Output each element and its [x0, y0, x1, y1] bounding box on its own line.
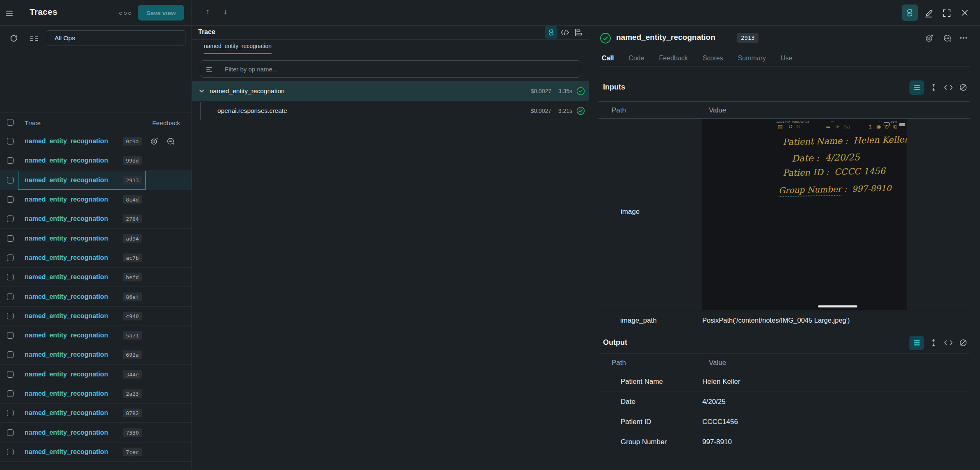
- save-view-button[interactable]: Save view: [138, 5, 184, 21]
- output-expand-rows-icon[interactable]: [929, 338, 938, 347]
- op-name[interactable]: openai.responses.create: [217, 107, 287, 115]
- trace-table-row[interactable]: named_entity_recognation5a71: [0, 326, 192, 345]
- hamburger-menu-icon[interactable]: [6, 9, 13, 17]
- prev-trace-arrow-icon[interactable]: ↑: [206, 7, 210, 16]
- fullscreen-icon[interactable]: [942, 8, 952, 18]
- trace-table-row[interactable]: named_entity_recognation86ef: [0, 287, 192, 306]
- row-checkbox[interactable]: [7, 390, 14, 397]
- ops-filter-select[interactable]: All Ops: [47, 30, 185, 46]
- input-image-preview[interactable]: 12:05 PM Wed Apr 23 ••• ◠ 86% ▥↺↻≔✑Aa↥◉⊙…: [702, 119, 907, 310]
- row-checkbox[interactable]: [7, 177, 14, 183]
- trace-table-row[interactable]: named_entity_recognation99dd: [0, 151, 192, 170]
- edit-pencil-icon[interactable]: [924, 8, 934, 18]
- trace-table-row[interactable]: named_entity_recognationbefd: [0, 268, 192, 287]
- trace-table-row[interactable]: named_entity_recognation8782: [0, 404, 192, 423]
- row-checkbox[interactable]: [7, 254, 14, 261]
- trace-table-row[interactable]: named_entity_recognationc940: [0, 307, 192, 326]
- row-checkbox[interactable]: [7, 216, 14, 222]
- tree-row[interactable]: openai.responses.create$0.00273.21s: [192, 101, 589, 121]
- inputs-hide-icon[interactable]: [959, 83, 968, 92]
- tab-feedback[interactable]: Feedback: [659, 55, 688, 62]
- trace-table-row[interactable]: named_entity_recognation344e: [0, 365, 192, 384]
- trace-table-row[interactable]: named_entity_recognation2a23: [0, 384, 192, 404]
- output-expanded-view-button[interactable]: [909, 336, 924, 350]
- tree-row[interactable]: named_entity_recognation$0.00273.35s: [192, 81, 589, 101]
- column-header-feedback[interactable]: Feedback: [152, 119, 180, 127]
- trace-name-link[interactable]: named_entity_recognation: [25, 371, 108, 378]
- row-checkbox[interactable]: [7, 235, 14, 242]
- trace-table-row[interactable]: named_entity_recognation0c9a: [0, 132, 192, 151]
- row-checkbox[interactable]: [7, 351, 14, 358]
- output-path[interactable]: Date: [621, 398, 635, 406]
- trace-name-link[interactable]: named_entity_recognation: [25, 332, 108, 339]
- row-checkbox[interactable]: [7, 410, 14, 416]
- row-checkbox[interactable]: [7, 157, 14, 164]
- trace-table-row[interactable]: named_entity_recognationac7b: [0, 248, 192, 268]
- tab-call[interactable]: Call: [602, 55, 614, 62]
- trace-name-link[interactable]: named_entity_recognation: [25, 293, 108, 300]
- inputs-expand-rows-icon[interactable]: [929, 83, 938, 92]
- op-name-filter-input[interactable]: [200, 60, 581, 78]
- flame-graph-icon[interactable]: [574, 28, 583, 37]
- trace-table-row[interactable]: named_entity_recognation8c4d: [0, 190, 192, 209]
- tab-scores[interactable]: Scores: [703, 55, 723, 62]
- inputs-expanded-view-button[interactable]: [909, 80, 924, 95]
- add-reaction-icon[interactable]: [925, 34, 934, 43]
- output-path[interactable]: Group Number: [621, 438, 667, 446]
- chevron-down-icon[interactable]: [199, 89, 204, 93]
- inputs-code-icon[interactable]: [944, 83, 953, 92]
- trace-table-row[interactable]: named_entity_recognationad94: [0, 229, 192, 248]
- trace-name-link[interactable]: named_entity_recognation: [25, 138, 108, 145]
- trace-name-link[interactable]: named_entity_recognation: [25, 177, 108, 184]
- input-image-path-label[interactable]: image: [621, 208, 640, 216]
- add-reaction-icon[interactable]: [150, 137, 159, 146]
- output-hide-icon[interactable]: [959, 338, 968, 347]
- row-checkbox[interactable]: [7, 429, 14, 436]
- op-name[interactable]: named_entity_recognation: [210, 87, 285, 95]
- trace-name-link[interactable]: named_entity_recognation: [25, 390, 108, 397]
- next-trace-arrow-icon[interactable]: ↓: [224, 7, 228, 16]
- trace-name-link[interactable]: named_entity_recognation: [25, 448, 108, 456]
- trace-name-link[interactable]: named_entity_recognation: [25, 215, 108, 222]
- trace-name-link[interactable]: named_entity_recognation: [25, 196, 108, 203]
- trace-name-link[interactable]: named_entity_recognation: [25, 157, 108, 164]
- output-path[interactable]: Patient Name: [621, 378, 663, 386]
- row-checkbox[interactable]: [7, 313, 14, 319]
- trace-table-row[interactable]: named_entity_recognation7cec: [0, 442, 192, 462]
- trace-name-link[interactable]: named_entity_recognation: [25, 351, 108, 358]
- call-id-badge[interactable]: 2913: [737, 33, 758, 43]
- row-checkbox[interactable]: [7, 293, 14, 300]
- output-path[interactable]: Patient ID: [621, 418, 651, 426]
- trace-name-link[interactable]: named_entity_recognation: [25, 235, 108, 242]
- trace-name-link[interactable]: named_entity_recognation: [25, 312, 108, 320]
- tab-code[interactable]: Code: [628, 55, 644, 62]
- trace-table-row[interactable]: named_entity_recognation2784: [0, 209, 192, 229]
- code-view-icon[interactable]: [560, 28, 569, 37]
- input-imagepath-label[interactable]: image_path: [620, 316, 657, 325]
- trace-table-row[interactable]: named_entity_recognation692a: [0, 345, 192, 365]
- row-feedback-icons[interactable]: [150, 137, 175, 146]
- column-header-trace[interactable]: Trace: [25, 119, 41, 127]
- trace-name-link[interactable]: named_entity_recognation: [25, 409, 108, 417]
- peek-view-button[interactable]: [902, 5, 918, 21]
- tab-use[interactable]: Use: [781, 55, 792, 62]
- manage-columns-icon[interactable]: [30, 34, 38, 42]
- row-checkbox[interactable]: [7, 449, 14, 455]
- row-checkbox[interactable]: [7, 274, 14, 280]
- comment-icon[interactable]: [166, 137, 175, 146]
- row-checkbox[interactable]: [7, 196, 14, 203]
- row-checkbox[interactable]: [7, 332, 14, 339]
- row-checkbox[interactable]: [7, 138, 14, 144]
- trace-table-row[interactable]: named_entity_recognation7330: [0, 423, 192, 442]
- row-checkbox[interactable]: [7, 371, 14, 378]
- trace-tab[interactable]: named_entity_recognation: [204, 43, 272, 54]
- tab-summary[interactable]: Summary: [738, 55, 766, 62]
- trace-name-link[interactable]: named_entity_recognation: [25, 429, 108, 436]
- output-code-icon[interactable]: [944, 339, 953, 347]
- more-options-icon[interactable]: [119, 12, 131, 15]
- comment-icon[interactable]: [943, 34, 952, 43]
- call-more-options-icon[interactable]: •••: [960, 35, 968, 41]
- tree-view-button[interactable]: [545, 26, 557, 39]
- close-icon[interactable]: [960, 8, 969, 17]
- select-all-checkbox[interactable]: [7, 119, 14, 126]
